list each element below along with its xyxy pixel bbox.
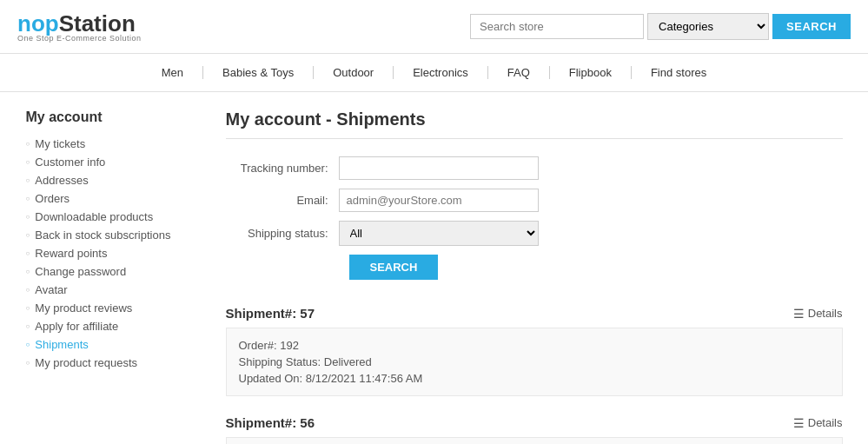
logo-subtitle: One Stop E-Commerce Solution xyxy=(17,34,142,43)
nav-item-flipbook[interactable]: Flipbook xyxy=(550,66,632,79)
shipping-status-row: Shipping status: All Not yet shipped Shi… xyxy=(226,221,843,246)
tracking-row: Tracking number: xyxy=(226,156,843,180)
sidebar-item-change-password: Change password xyxy=(26,265,200,278)
shipment-search-button[interactable]: SEARCH xyxy=(349,255,439,280)
shipment-order-57: Order#: 192 xyxy=(239,339,830,352)
categories-select[interactable]: Categories xyxy=(647,13,769,40)
shipment-status-57: Shipping Status: Delivered xyxy=(239,355,830,368)
nav-item-outdoor[interactable]: Outdoor xyxy=(314,66,394,79)
sidebar-item-my-product-reviews: My product reviews xyxy=(26,302,200,315)
search-button-row: SEARCH xyxy=(226,255,843,280)
shipment-header-56: Shipment#: 56 ☰ Details xyxy=(226,410,843,435)
logo: nopStation One Stop E-Commerce Solution xyxy=(17,10,142,43)
sidebar-item-back-in-stock: Back in stock subscriptions xyxy=(26,229,200,242)
shipping-status-label: Shipping status: xyxy=(226,227,339,240)
sidebar-item-shipments: Shipments xyxy=(26,338,200,351)
shipping-status-select[interactable]: All Not yet shipped Shipped Delivered No… xyxy=(339,221,539,246)
sidebar-item-downloadable-products: Downloadable products xyxy=(26,210,200,223)
shipment-item-57: Shipment#: 57 ☰ Details Order#: 192 Ship… xyxy=(226,301,843,396)
sidebar-title: My account xyxy=(26,109,200,125)
nav-item-find-stores[interactable]: Find stores xyxy=(632,66,726,79)
header: nopStation One Stop E-Commerce Solution … xyxy=(0,0,868,54)
sidebar-item-my-product-requests: My product requests xyxy=(26,356,200,369)
shipment-details-link-57[interactable]: ☰ Details xyxy=(793,307,843,321)
details-label-56: Details xyxy=(808,416,843,429)
tracking-input[interactable] xyxy=(339,156,539,180)
nav-item-men[interactable]: Men xyxy=(142,66,203,79)
shipment-header-57: Shipment#: 57 ☰ Details xyxy=(226,301,843,326)
list-icon-57: ☰ xyxy=(793,307,805,321)
logo-nop: nop xyxy=(17,10,59,36)
shipment-updated-57: Updated On: 8/12/2021 11:47:56 AM xyxy=(239,372,830,385)
search-button[interactable]: SEARCH xyxy=(772,14,851,39)
shipment-title-56: Shipment#: 56 xyxy=(226,415,315,430)
email-label: Email: xyxy=(226,194,339,207)
nav-item-faq[interactable]: FAQ xyxy=(488,66,550,79)
sidebar-item-customer-info: Customer info xyxy=(26,156,200,169)
shipment-body-56: Order#: 193 Shipping Status: Delivered U… xyxy=(226,437,843,444)
main-layout: My account My tickets Customer info Addr… xyxy=(9,92,860,444)
page-title: My account - Shipments xyxy=(226,109,843,139)
nav-item-babies-toys[interactable]: Babies & Toys xyxy=(203,66,314,79)
shipment-body-57: Order#: 192 Shipping Status: Delivered U… xyxy=(226,328,843,396)
shipment-search-form: Tracking number: Email: Shipping status:… xyxy=(226,156,843,280)
nav-item-electronics[interactable]: Electronics xyxy=(394,66,488,79)
main-nav: Men Babies & Toys Outdoor Electronics FA… xyxy=(0,54,868,92)
logo-station: Station xyxy=(59,10,136,36)
search-input[interactable] xyxy=(470,14,644,39)
sidebar-item-avatar: Avatar xyxy=(26,283,200,296)
sidebar-item-my-tickets: My tickets xyxy=(26,137,200,150)
sidebar-menu: My tickets Customer info Addresses Order… xyxy=(26,137,200,369)
email-row: Email: xyxy=(226,189,843,212)
tracking-label: Tracking number: xyxy=(226,162,339,175)
email-input[interactable] xyxy=(339,189,539,212)
shipment-details-link-56[interactable]: ☰ Details xyxy=(793,416,843,430)
details-label-57: Details xyxy=(808,307,843,320)
search-area: Categories SEARCH xyxy=(470,13,851,40)
shipment-title-57: Shipment#: 57 xyxy=(226,306,315,321)
sidebar-item-addresses: Addresses xyxy=(26,174,200,187)
sidebar-item-orders: Orders xyxy=(26,192,200,205)
sidebar-item-apply-for-affiliate: Apply for affiliate xyxy=(26,320,200,333)
content-area: My account - Shipments Tracking number: … xyxy=(200,109,843,444)
sidebar-item-reward-points: Reward points xyxy=(26,247,200,260)
shipment-item-56: Shipment#: 56 ☰ Details Order#: 193 Ship… xyxy=(226,410,843,444)
sidebar: My account My tickets Customer info Addr… xyxy=(26,109,200,444)
list-icon-56: ☰ xyxy=(793,416,805,430)
